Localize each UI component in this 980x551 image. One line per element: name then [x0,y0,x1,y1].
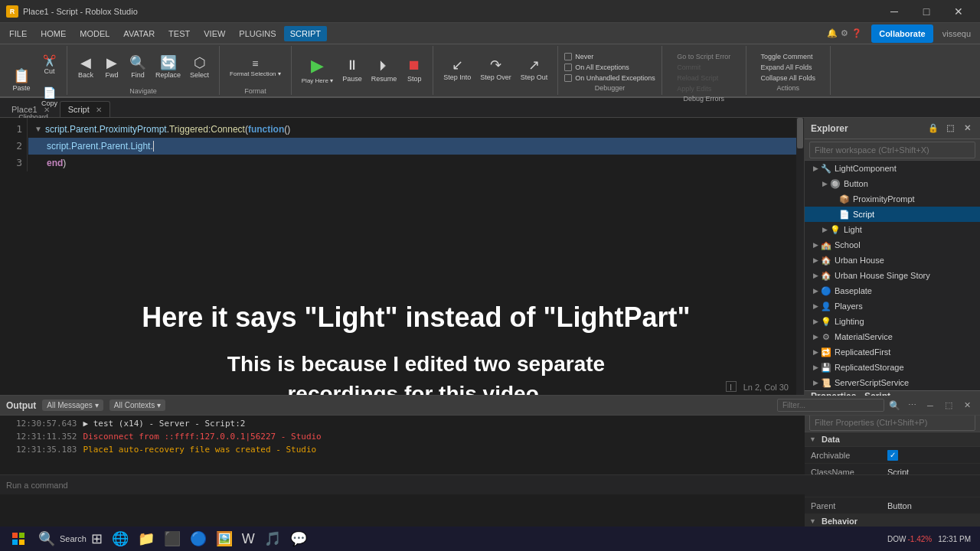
discord-icon[interactable]: 💬 [286,530,312,547]
taskbar-search-text[interactable]: Search [60,534,87,543]
tree-arrow-6[interactable]: ▶ [811,256,820,264]
code-editor[interactable]: 1 2 3 ▼ script.Parent.ProximityPrompt.Tr… [0,118,804,395]
goto-error-label[interactable]: Go to Script Error [677,53,730,60]
tree-icon-13: 💾 [820,361,832,373]
tree-item-4[interactable]: ▶ 💡 Light [805,222,980,237]
chrome-icon[interactable]: 🔵 [185,530,211,547]
fold-arrow-1[interactable]: ▼ [34,121,42,138]
back-button[interactable]: ◀ Back [74,49,98,86]
expand-all-label[interactable]: Expand All Folds [761,64,812,71]
menu-home[interactable]: HOME [34,26,72,41]
word-icon[interactable]: W [237,531,260,547]
pause-button[interactable]: ⏸ Pause [338,51,366,88]
tree-item-7[interactable]: ▶ 🏠 Urban House Singe Story [805,268,980,283]
contexts-filter-button[interactable]: All Contexts ▾ [109,399,165,411]
files-icon[interactable]: 📁 [133,530,159,547]
search-taskbar[interactable]: 🔍 [34,530,60,547]
step-over-button[interactable]: ↷ Step Over [476,51,515,88]
tab-script[interactable]: Script ✕ [60,101,110,117]
tree-arrow-1[interactable]: ▶ [820,180,829,187]
tree-item-6[interactable]: ▶ 🏠 Urban House [805,253,980,268]
tree-arrow-0[interactable]: ▶ [811,165,820,172]
replace-button[interactable]: 🔄 Replace [152,49,185,86]
tree-arrow-14[interactable]: ▶ [811,379,820,386]
tree-item-10[interactable]: ▶ 💡 Lighting [805,314,980,329]
menu-test[interactable]: TEST [162,26,196,41]
step-out-button[interactable]: ↗ Step Out [517,51,552,88]
stop-button[interactable]: ⏹ Stop [402,51,426,88]
output-expand-button[interactable]: ⬚ [942,399,956,412]
minimize-button[interactable]: ─ [879,0,910,23]
debug-unhandled-checkbox[interactable] [564,74,572,82]
output-close-button[interactable]: ✕ [960,399,974,412]
tree-item-0[interactable]: ▶ 🔧 LightComponent [805,161,980,176]
find-button[interactable]: 🔍 Find [126,49,150,86]
tree-item-5[interactable]: ▶ 🏫 School [805,237,980,253]
terminal-icon[interactable]: ⬛ [159,530,185,547]
tree-item-2[interactable]: 📦 ProximityPrompt [805,191,980,207]
menu-view[interactable]: VIEW [198,26,231,41]
maximize-button[interactable]: □ [911,0,942,23]
tree-item-3[interactable]: 📄 Script [805,207,980,222]
tree-arrow-5[interactable]: ▶ [811,241,820,249]
taskview-icon[interactable]: ⊞ [87,530,107,547]
explorer-expand-button[interactable]: ⬚ [943,122,957,135]
explorer-lock-button[interactable]: 🔒 [926,122,940,135]
tree-arrow-11[interactable]: ▶ [811,333,820,341]
resume-button[interactable]: ⏵ Resume [368,51,401,88]
tree-arrow-8[interactable]: ▶ [811,287,820,295]
messages-filter-button[interactable]: All Messages ▾ [42,399,103,411]
tree-item-13[interactable]: ▶ 💾 ReplicatedStorage [805,360,980,375]
tree-arrow-9[interactable]: ▶ [811,302,820,310]
tree-arrow-13[interactable]: ▶ [811,364,820,371]
paste-button[interactable]: 📋 Paste [6,62,37,99]
tree-arrow-12[interactable]: ▶ [811,348,820,356]
photos-icon[interactable]: 🖼️ [211,530,237,547]
cut-button[interactable]: ✂️ Cut [38,49,60,80]
tree-item-8[interactable]: ▶ 🔵 Baseplate [805,283,980,298]
format-selection-button[interactable]: ≡ Format Selection ▾ [226,49,285,86]
tree-item-9[interactable]: ▶ 👤 Players [805,298,980,314]
forward-button[interactable]: ▶ Fwd [100,49,124,86]
tree-arrow-7[interactable]: ▶ [811,272,820,279]
play-here-button[interactable]: ▶ Play Here ▾ [298,51,337,88]
collaborate-button[interactable]: Collaborate [871,24,933,43]
editor-scrollbar[interactable] [796,118,804,395]
tab-place1-close[interactable]: ✕ [44,106,50,114]
step-into-button[interactable]: ↙ Step Into [439,51,475,88]
editor-scroll-thumb[interactable] [797,118,803,148]
menu-model[interactable]: MODEL [74,26,116,41]
output-minimize-button[interactable]: ─ [923,399,937,412]
code-line-2: script.Parent.Parent.Light. [28,138,796,155]
tree-item-11[interactable]: ▶ ⚙ MaterialService [805,329,980,344]
start-button[interactable] [3,527,34,551]
tab-script-close[interactable]: ✕ [96,106,102,114]
edge-icon[interactable]: 🌐 [107,530,133,547]
tree-arrow-10[interactable]: ▶ [811,318,820,325]
select-button[interactable]: ⬡ Select [186,49,213,86]
explorer-close-button[interactable]: ✕ [960,122,974,135]
tree-item-14[interactable]: ▶ 📜 ServerScriptService [805,375,980,390]
menu-avatar[interactable]: AVATAR [117,26,161,41]
tree-item-1[interactable]: ▶ 🔘 Button [805,176,980,191]
tree-item-12[interactable]: ▶ 🔁 ReplicatedFirst [805,344,980,360]
debug-never-checkbox[interactable] [564,53,572,60]
menu-file[interactable]: FILE [3,26,33,41]
output-filter-input[interactable] [777,399,884,412]
menu-plugins[interactable]: PLUGINS [233,26,282,41]
spotify-icon[interactable]: 🎵 [260,530,286,547]
annotation-line1: Here it says "Light" instead of "LightPa… [142,302,690,334]
filter-workspace-input[interactable] [809,142,975,158]
tree-arrow-4[interactable]: ▶ [820,226,829,233]
tab-place1[interactable]: Place1 ✕ [3,101,58,117]
output-command-input[interactable] [6,481,974,490]
prop-row-0-3[interactable]: ParentButton [805,497,980,514]
collapse-all-label[interactable]: Collapse All Folds [761,74,816,82]
output-more-button[interactable]: ⋯ [905,399,919,412]
toggle-comment-label[interactable]: Toggle Comment [761,53,813,60]
menu-script[interactable]: SCRIPT [284,26,327,41]
code-area[interactable]: ▼ script.Parent.ProximityPrompt.Triggere… [28,118,796,174]
title-controls[interactable]: ─ □ ✕ [879,0,974,23]
close-button[interactable]: ✕ [943,0,974,23]
debug-all-checkbox[interactable] [564,64,572,71]
